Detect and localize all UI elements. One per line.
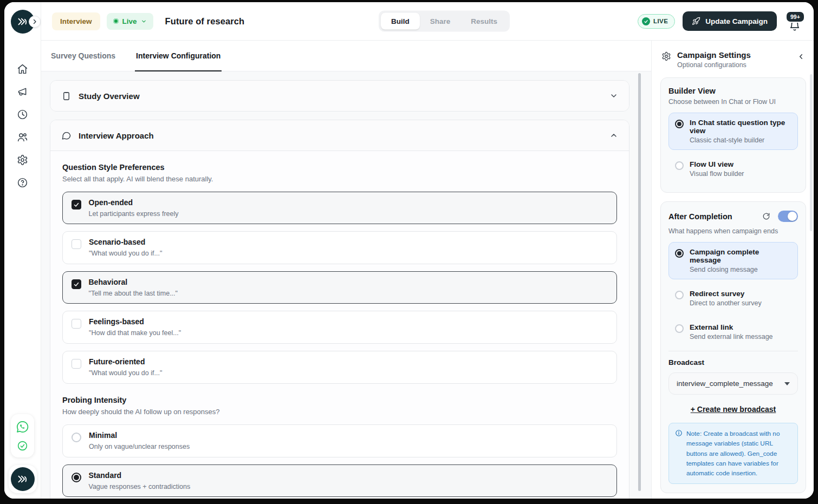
broadcast-select[interactable]: interview_complete_message — [668, 372, 798, 395]
update-campaign-label: Update Campaign — [705, 17, 768, 25]
option-minimal[interactable]: MinimalOnly on vague/unclear responses — [62, 424, 617, 457]
main-content: Survey Questions Interview Configuration… — [41, 41, 651, 499]
page-title: Future of research — [165, 16, 245, 27]
behavioral-checkbox[interactable] — [72, 279, 81, 289]
notification-count-badge: 99+ — [785, 11, 805, 23]
sidebar-item-help[interactable] — [17, 176, 29, 188]
update-campaign-button[interactable]: Update Campaign — [683, 11, 777, 31]
tab-results[interactable]: Results — [460, 13, 508, 30]
tab-build[interactable]: Build — [381, 13, 420, 30]
gear-icon — [17, 154, 28, 166]
section-title: Study Overview — [79, 91, 140, 101]
refresh-icon[interactable] — [762, 212, 770, 220]
option-description: "How did that make you feel..." — [89, 329, 181, 337]
check-icon — [73, 201, 80, 208]
clipboard-icon — [61, 91, 72, 101]
channel-status-card[interactable] — [11, 414, 34, 457]
in-chat-radio[interactable] — [675, 120, 684, 128]
campaign-type-badge: Interview — [52, 12, 100, 30]
chevron-left-icon — [797, 53, 805, 61]
info-icon — [675, 429, 683, 478]
option-feelings-based[interactable]: Feelings-based"How did that make you fee… — [62, 311, 617, 344]
option-description: Direct to another survey — [690, 299, 762, 307]
option-label: Standard — [89, 471, 191, 480]
chevron-down-icon[interactable] — [609, 91, 618, 100]
option-label: Redirect survey — [690, 290, 762, 298]
probing-intensity-subheading: How deeply should the AI follow up on re… — [62, 408, 617, 416]
panel-collapse-button[interactable] — [797, 53, 805, 61]
builder-view-option-flow-ui[interactable]: Flow UI view Visual flow builder — [668, 154, 798, 184]
tab-survey-questions[interactable]: Survey Questions — [50, 41, 116, 71]
open-ended-checkbox[interactable] — [72, 200, 81, 210]
create-broadcast-link[interactable]: + Create new broadcast — [668, 405, 798, 414]
redirect-survey-radio[interactable] — [675, 291, 684, 299]
option-label: Behavioral — [89, 278, 178, 286]
help-circle-icon — [17, 177, 28, 188]
check-icon — [73, 281, 80, 287]
complete-message-radio[interactable] — [675, 249, 684, 258]
app-window: Interview Live Future of research Build … — [4, 2, 814, 499]
campaign-settings-panel: Campaign Settings Optional configuration… — [651, 41, 814, 499]
builder-view-option-in-chat[interactable]: In Chat static question type view Classi… — [668, 113, 798, 150]
panel-title: Campaign Settings — [677, 50, 751, 60]
completion-option-external-link[interactable]: External link Send external link message — [668, 317, 798, 346]
question-style-subheading: Select all that apply. AI will blend the… — [62, 175, 617, 183]
bottom-brand-card — [9, 465, 37, 493]
mode-switcher: Build Share Results — [379, 11, 510, 32]
chevron-up-icon[interactable] — [609, 131, 618, 140]
external-link-radio[interactable] — [675, 324, 684, 333]
rocket-icon — [692, 17, 700, 25]
config-tabs: Survey Questions Interview Configuration — [41, 41, 651, 71]
option-description: "What would you do if..." — [89, 250, 162, 257]
notifications-button[interactable]: 99+ — [784, 11, 806, 31]
option-description: Let participants express freely — [89, 210, 179, 218]
option-description: "What would you do if..." — [89, 369, 162, 377]
sidebar-item-home[interactable] — [17, 63, 29, 75]
study-overview-header[interactable]: Study Overview — [50, 81, 629, 111]
caret-down-icon — [784, 382, 790, 385]
sidebar-item-history[interactable] — [17, 108, 29, 120]
sidebar — [4, 2, 41, 499]
interview-approach-header[interactable]: Interview Approach — [50, 120, 629, 150]
broadcast-note-text: Note: Create a broadcast with no message… — [686, 429, 791, 478]
minimal-radio[interactable] — [72, 433, 81, 442]
tab-interview-configuration[interactable]: Interview Configuration — [135, 41, 222, 71]
option-label: Scenario-based — [89, 238, 162, 246]
option-description: Send closing message — [690, 266, 791, 273]
option-open-ended[interactable]: Open-endedLet participants express freel… — [62, 192, 617, 224]
scenario-based-checkbox[interactable] — [72, 239, 81, 249]
after-completion-title: After Completion — [668, 212, 732, 221]
main-scrollbar[interactable] — [638, 73, 641, 491]
broadcast-note: Note: Create a broadcast with no message… — [668, 423, 798, 484]
live-dot-icon — [113, 18, 119, 24]
status-dropdown[interactable]: Live — [107, 13, 153, 30]
flow-ui-radio[interactable] — [675, 161, 684, 170]
after-completion-toggle[interactable] — [778, 211, 798, 222]
config-content: Study Overview Interview Approach Questi… — [41, 71, 651, 499]
standard-radio[interactable] — [72, 473, 81, 482]
future-oriented-checkbox[interactable] — [72, 359, 81, 369]
panel-scrollbar[interactable] — [810, 74, 813, 231]
completion-option-message[interactable]: Campaign complete message Send closing m… — [668, 242, 798, 279]
chat-bubble-icon — [61, 130, 72, 141]
panel-subtitle: Optional configurations — [677, 61, 751, 69]
live-status-label: LIVE — [653, 18, 668, 24]
question-style-heading: Question Style Preferences — [62, 163, 617, 172]
tab-share[interactable]: Share — [420, 13, 461, 30]
option-behavioral[interactable]: Behavioral"Tell me about the last time..… — [62, 271, 617, 304]
sidebar-item-settings[interactable] — [17, 154, 29, 166]
sidebar-item-contacts[interactable] — [17, 131, 29, 143]
option-description: Visual flow builder — [690, 170, 744, 178]
after-completion-card: After Completion What happens when campa… — [660, 201, 806, 493]
builder-view-subtitle: Choose between In Chat or Flow UI — [668, 98, 798, 106]
study-overview-section: Study Overview — [50, 80, 629, 112]
feelings-based-checkbox[interactable] — [72, 319, 81, 329]
option-standard[interactable]: StandardVague responses + contradictions — [62, 464, 617, 497]
sidebar-expand-button[interactable] — [29, 16, 41, 28]
sidebar-item-campaigns[interactable] — [17, 86, 29, 97]
option-description: "Tell me about the last time..." — [89, 290, 178, 297]
option-future-oriented[interactable]: Future-oriented"What would you do if..." — [62, 351, 617, 384]
option-scenario-based[interactable]: Scenario-based"What would you do if..." — [62, 231, 617, 264]
option-label: External link — [690, 323, 773, 331]
completion-option-redirect[interactable]: Redirect survey Direct to another survey — [668, 284, 798, 313]
